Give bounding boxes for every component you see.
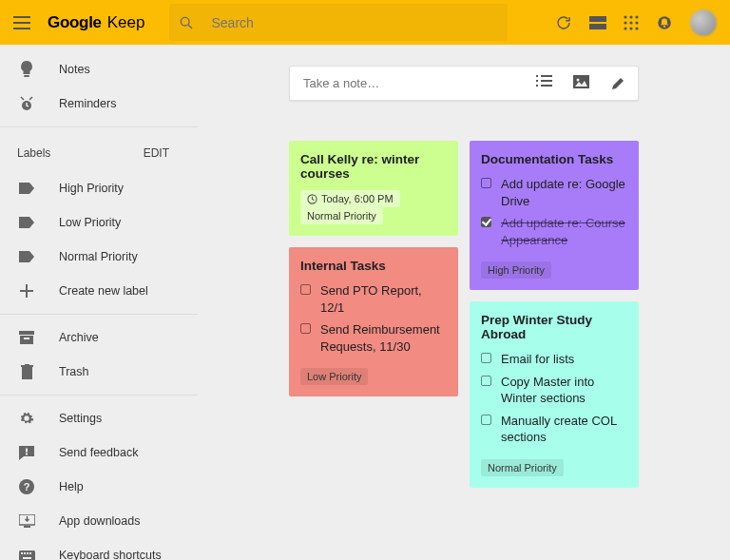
sidebar-item-downloads[interactable]: App downloads	[0, 504, 198, 538]
sidebar-item-shortcuts[interactable]: Keyboard shortcuts	[0, 538, 198, 560]
svg-rect-23	[26, 448, 28, 452]
label-chip[interactable]: Normal Priority	[481, 459, 564, 476]
checkbox-icon[interactable]	[300, 284, 311, 295]
sidebar-item-feedback[interactable]: Send feedback	[0, 435, 198, 470]
note-card[interactable]: Prep Winter Study Abroad Email for lists…	[470, 301, 639, 488]
download-icon	[17, 514, 36, 528]
label-icon	[17, 251, 36, 262]
sidebar-item-label: App downloads	[59, 514, 140, 528]
label-chip[interactable]: High Priority	[481, 261, 551, 279]
svg-rect-32	[27, 552, 29, 554]
help-icon: ?	[17, 479, 36, 494]
sidebar-item-archive[interactable]: Archive	[0, 320, 198, 355]
checklist-item[interactable]: Add update re: Course Appearance	[481, 215, 627, 248]
sidebar-item-reminders[interactable]: Reminders	[0, 87, 198, 121]
checklist-item[interactable]: Manually create COL sections	[481, 413, 627, 446]
checklist-item[interactable]: Copy Master into Winter sections	[481, 374, 627, 407]
sidebar-item-label: Keyboard shortcuts	[59, 549, 162, 560]
svg-rect-33	[29, 552, 31, 554]
feedback-icon	[17, 446, 36, 460]
checkbox-icon[interactable]	[481, 376, 491, 386]
svg-rect-31	[24, 552, 26, 554]
reminder-chip[interactable]: Today, 6:00 PM	[300, 190, 400, 207]
checklist-item[interactable]: Send Reimbursement Requests, 11/30	[300, 321, 447, 355]
sidebar-item-label: Normal Priority	[59, 250, 138, 263]
sidebar-item-trash[interactable]: Trash	[0, 355, 198, 389]
new-drawing-icon[interactable]	[610, 75, 624, 91]
sidebar-item-label: Help	[59, 480, 84, 493]
menu-icon[interactable]	[13, 16, 34, 29]
apps-grid-icon[interactable]	[624, 15, 639, 30]
sidebar-item-label: Archive	[59, 331, 99, 344]
sidebar-item-label: Notes	[59, 63, 90, 76]
bulb-icon	[17, 61, 36, 78]
compose-bar[interactable]	[289, 66, 639, 101]
sidebar-item-label: Create new label	[59, 284, 148, 298]
svg-point-5	[629, 15, 632, 18]
sidebar-label-low-priority[interactable]: Low Priority	[0, 205, 198, 240]
svg-rect-2	[589, 16, 606, 22]
svg-point-36	[577, 79, 580, 82]
sidebar-label-high-priority[interactable]: High Priority	[0, 171, 198, 205]
avatar[interactable]	[690, 10, 717, 36]
sidebar-item-settings[interactable]: Settings	[0, 401, 198, 435]
checklist-item[interactable]: Send PTO Report, 12/1	[300, 282, 447, 316]
sidebar-create-label[interactable]: Create new label	[0, 274, 198, 308]
plus-icon	[17, 284, 36, 298]
compose-input[interactable]	[303, 76, 536, 90]
label-chip[interactable]: Low Priority	[300, 368, 368, 385]
svg-point-14	[663, 25, 665, 27]
svg-text:?: ?	[24, 481, 30, 492]
checkbox-checked-icon[interactable]	[481, 217, 491, 227]
checkbox-icon[interactable]	[481, 353, 491, 363]
note-title: Internal Tasks	[300, 259, 447, 273]
sidebar-item-help[interactable]: ? Help	[0, 470, 198, 504]
label-chip[interactable]: Normal Priority	[300, 207, 383, 224]
note-card[interactable]: Internal Tasks Send PTO Report, 12/1 Sen…	[289, 247, 458, 396]
refresh-icon[interactable]	[555, 14, 572, 31]
note-card[interactable]: Call Kelly re: winter courses Today, 6:0…	[289, 141, 458, 236]
clock-icon	[307, 194, 317, 204]
sidebar-item-notes[interactable]: Notes	[0, 52, 198, 87]
sidebar: Notes Reminders Labels EDIT High Priorit…	[0, 45, 198, 560]
checklist-item[interactable]: Email for lists	[481, 351, 627, 368]
label-icon	[17, 183, 36, 194]
svg-rect-30	[21, 552, 23, 554]
search-input[interactable]	[211, 15, 498, 30]
reminder-icon	[17, 95, 36, 112]
trash-icon	[17, 364, 36, 379]
main-area: Call Kelly re: winter courses Today, 6:0…	[198, 45, 730, 560]
note-card[interactable]: Documentation Tasks Add update re: Googl…	[470, 141, 639, 290]
edit-labels-button[interactable]: EDIT	[144, 146, 169, 160]
svg-rect-17	[19, 331, 34, 335]
view-toggle-icon[interactable]	[589, 16, 606, 29]
sidebar-item-label: Low Priority	[59, 216, 121, 229]
archive-icon	[17, 331, 36, 344]
sidebar-item-label: Reminders	[59, 97, 116, 110]
sidebar-item-label: Settings	[59, 412, 102, 425]
svg-point-8	[629, 21, 632, 24]
svg-point-12	[635, 27, 638, 29]
app-header: Google Keep	[0, 0, 730, 45]
new-image-icon[interactable]	[573, 75, 589, 91]
gear-icon	[17, 411, 36, 426]
checkbox-icon[interactable]	[300, 323, 311, 334]
note-title: Prep Winter Study Abroad	[481, 313, 627, 341]
logo-keep: Keep	[107, 13, 145, 32]
labels-heading: Labels	[17, 146, 50, 160]
svg-rect-24	[26, 453, 28, 454]
checkbox-icon[interactable]	[481, 178, 491, 188]
sidebar-item-label: Send feedback	[59, 446, 138, 459]
logo-google: Google	[48, 13, 102, 32]
svg-rect-20	[22, 367, 32, 379]
sidebar-item-label: High Priority	[59, 182, 124, 195]
svg-rect-19	[24, 338, 29, 339]
new-list-icon[interactable]	[536, 75, 552, 91]
checklist-item[interactable]: Add update re: Google Drive	[481, 176, 627, 209]
notifications-icon[interactable]	[656, 14, 673, 31]
search-box[interactable]	[169, 4, 508, 41]
checkbox-icon[interactable]	[481, 415, 491, 425]
svg-line-1	[188, 25, 192, 29]
sidebar-label-normal-priority[interactable]: Normal Priority	[0, 240, 198, 274]
svg-rect-15	[24, 75, 29, 77]
